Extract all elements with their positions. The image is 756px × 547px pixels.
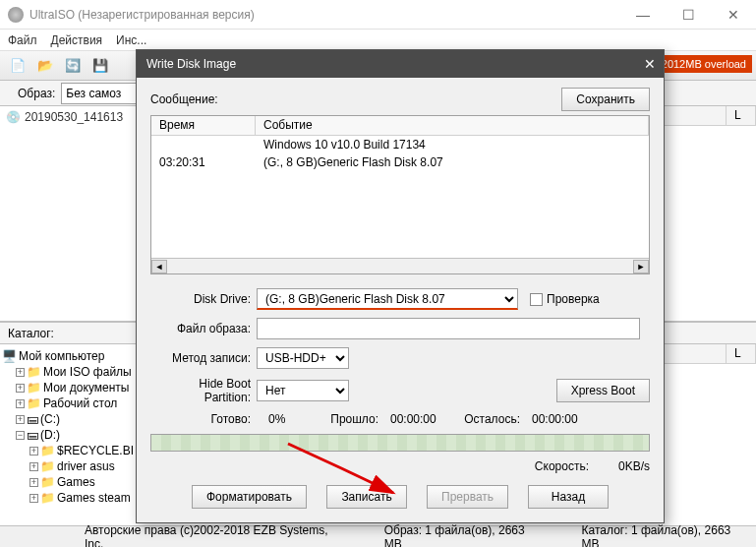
save-log-button[interactable]: Сохранить — [561, 88, 650, 111]
abort-button: Прервать — [427, 485, 508, 509]
hide-boot-select[interactable]: Нет — [257, 380, 349, 401]
expand-icon[interactable]: + — [16, 399, 25, 408]
expand-icon[interactable]: + — [29, 462, 38, 471]
verify-label: Проверка — [547, 292, 600, 306]
status-catalog: Каталог: 1 файла(ов), 2663 MB — [582, 523, 748, 548]
image-file-label: Файл образа: — [150, 322, 257, 335]
image-tree: 💿 20190530_141613 — [0, 106, 138, 321]
disk-drive-label: Disk Drive: — [150, 292, 257, 306]
close-button[interactable]: ✕ — [711, 0, 756, 30]
write-button[interactable]: Записать — [326, 485, 407, 509]
write-disk-dialog: Write Disk Image ✕ Сообщение: Сохранить … — [136, 49, 665, 523]
overload-badge: 2012MB overload — [656, 55, 752, 73]
expand-icon[interactable]: + — [16, 415, 25, 424]
log-box: Время Событие Windows 10 v10.0 Build 171… — [150, 115, 650, 274]
xpress-boot-button[interactable]: Xpress Boot — [556, 379, 650, 402]
verify-checkbox[interactable] — [530, 293, 543, 306]
menu-actions[interactable]: Действия — [51, 33, 103, 47]
folder-icon: 📁 — [40, 491, 55, 505]
log-row: Windows 10 v10.0 Build 17134 — [151, 136, 649, 153]
new-icon[interactable]: 📄 — [6, 54, 29, 78]
scroll-right-icon[interactable]: ► — [633, 260, 649, 274]
folder-icon: 📁 — [27, 365, 41, 379]
remain-label: Осталось: — [461, 412, 520, 426]
elapsed-value: 00:00:00 — [390, 412, 449, 426]
tree-node[interactable]: +📁Мои документы — [2, 380, 135, 395]
menubar: Файл Действия Инс... — [0, 30, 756, 51]
drive-icon: 🖴 — [27, 428, 38, 442]
format-button[interactable]: Форматировать — [192, 485, 307, 509]
ready-label: Готово: — [150, 412, 257, 426]
expand-icon[interactable]: + — [29, 494, 38, 503]
menu-file[interactable]: Файл — [8, 33, 37, 47]
expand-icon[interactable]: + — [16, 384, 25, 393]
hide-boot-label: Hide Boot Partition: — [150, 377, 257, 404]
log-scrollbar[interactable]: ◄ ► — [151, 258, 649, 274]
write-method-label: Метод записи: — [150, 351, 257, 365]
image-tree-item[interactable]: 💿 20190530_141613 — [6, 110, 131, 124]
folder-icon: 📁 — [40, 459, 55, 473]
open-icon[interactable]: 📂 — [33, 54, 57, 78]
app-icon — [8, 7, 24, 23]
disk-drive-select[interactable]: (G:, 8 GB)Generic Flash Disk 8.07 — [257, 288, 518, 310]
log-col-time[interactable]: Время — [151, 116, 256, 135]
dialog-close-button[interactable]: ✕ — [636, 50, 664, 78]
tree-node-c[interactable]: +🖴(C:) — [2, 411, 135, 427]
tree-node[interactable]: +📁$RECYCLE.BI — [2, 443, 135, 458]
save-icon[interactable]: 💾 — [88, 54, 112, 78]
col-l[interactable]: L — [727, 106, 756, 125]
expand-icon[interactable]: + — [29, 478, 38, 487]
statusbar: Авторские права (c)2002-2018 EZB Systems… — [0, 525, 756, 547]
tree-node[interactable]: +📁Мои ISO файлы — [2, 364, 135, 380]
folder-icon: 📁 — [27, 381, 41, 395]
speed-value: 0KB/s — [601, 459, 650, 473]
log-col-event[interactable]: Событие — [256, 116, 649, 135]
image-label: Образ: — [18, 87, 55, 100]
dialog-title: Write Disk Image — [146, 57, 236, 71]
drive-icon: 🖴 — [27, 412, 38, 426]
expand-icon[interactable]: + — [29, 447, 38, 456]
elapsed-label: Прошло: — [320, 412, 378, 426]
expand-icon[interactable]: + — [16, 368, 25, 377]
window-title: UltraISO (Незарегистрированная версия) — [29, 8, 255, 22]
folder-icon: 📁 — [40, 444, 55, 457]
message-label: Сообщение: — [150, 92, 218, 106]
scroll-left-icon[interactable]: ◄ — [151, 260, 167, 274]
menu-tools[interactable]: Инс... — [116, 33, 146, 47]
remain-value: 00:00:00 — [532, 412, 591, 426]
speed-label: Скорость: — [535, 459, 589, 473]
folder-icon: 📁 — [40, 475, 55, 489]
maximize-button[interactable]: ☐ — [666, 0, 711, 30]
local-tree: 🖥️Мой компьютер +📁Мои ISO файлы +📁Мои до… — [0, 344, 138, 510]
status-image: Образ: 1 файла(ов), 2663 MB — [384, 523, 543, 548]
log-row: 03:20:31(G:, 8 GB)Generic Flash Disk 8.0… — [151, 153, 649, 171]
tree-node-d[interactable]: −🖴(D:) — [2, 427, 135, 443]
main-titlebar: UltraISO (Незарегистрированная версия) —… — [0, 0, 756, 30]
computer-icon: 🖥️ — [2, 349, 17, 363]
image-file-input[interactable] — [257, 318, 640, 339]
ready-value: 0% — [268, 412, 308, 426]
tree-node[interactable]: +📁Games — [2, 474, 135, 490]
minimize-button[interactable]: — — [620, 0, 666, 30]
folder-icon: 📁 — [27, 396, 41, 410]
write-method-select[interactable]: USB-HDD+ — [257, 347, 349, 369]
collapse-icon[interactable]: − — [16, 431, 25, 440]
status-copyright: Авторские права (c)2002-2018 EZB Systems… — [8, 523, 345, 548]
tree-node[interactable]: +📁Games steam — [2, 490, 135, 506]
back-button[interactable]: Назад — [528, 485, 609, 509]
tree-root[interactable]: 🖥️Мой компьютер — [2, 348, 135, 364]
tree-node[interactable]: +📁driver asus — [2, 458, 135, 474]
progress-bar — [150, 434, 650, 452]
col-l[interactable]: L — [727, 344, 756, 363]
dialog-titlebar[interactable]: Write Disk Image ✕ — [137, 50, 664, 78]
tree-node[interactable]: +📁Рабочий стол — [2, 395, 135, 411]
reload-icon[interactable]: 🔄 — [61, 54, 85, 78]
disc-icon: 💿 — [6, 110, 21, 124]
